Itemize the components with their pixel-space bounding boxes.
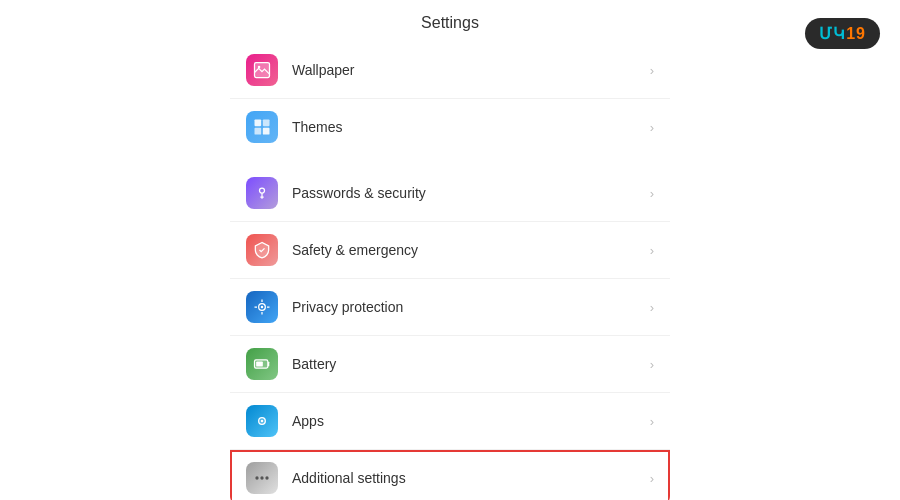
safety-icon	[246, 234, 278, 266]
safety-label: Safety & emergency	[292, 242, 650, 258]
svg-point-8	[261, 306, 264, 309]
additional-chevron: ›	[650, 471, 654, 486]
privacy-icon	[246, 291, 278, 323]
svg-rect-3	[263, 120, 270, 127]
passwords-label: Passwords & security	[292, 185, 650, 201]
group-security: Passwords & security › Safety & emergenc…	[230, 165, 670, 500]
wallpaper-label: Wallpaper	[292, 62, 650, 78]
safety-chevron: ›	[650, 243, 654, 258]
svg-rect-4	[255, 128, 262, 135]
svg-point-13	[260, 476, 263, 479]
battery-icon	[246, 348, 278, 380]
apps-label: Apps	[292, 413, 650, 429]
wallpaper-chevron: ›	[650, 63, 654, 78]
themes-icon	[246, 111, 278, 143]
apps-chevron: ›	[650, 414, 654, 429]
apps-icon	[246, 405, 278, 437]
svg-rect-2	[255, 120, 262, 127]
additional-icon	[246, 462, 278, 494]
svg-point-14	[255, 476, 258, 479]
svg-point-12	[261, 420, 264, 423]
themes-chevron: ›	[650, 120, 654, 135]
watermark: ՄԿ19	[805, 18, 880, 49]
settings-item-wallpaper[interactable]: Wallpaper ›	[230, 42, 670, 99]
passwords-chevron: ›	[650, 186, 654, 201]
battery-label: Battery	[292, 356, 650, 372]
settings-item-safety[interactable]: Safety & emergency ›	[230, 222, 670, 279]
passwords-icon	[246, 177, 278, 209]
group-appearance: Wallpaper › Themes ›	[230, 42, 670, 155]
settings-item-themes[interactable]: Themes ›	[230, 99, 670, 155]
svg-rect-5	[263, 128, 270, 135]
settings-item-additional[interactable]: Additional settings ›	[230, 450, 670, 500]
wallpaper-icon	[246, 54, 278, 86]
settings-item-privacy[interactable]: Privacy protection ›	[230, 279, 670, 336]
battery-chevron: ›	[650, 357, 654, 372]
themes-label: Themes	[292, 119, 650, 135]
settings-item-passwords[interactable]: Passwords & security ›	[230, 165, 670, 222]
privacy-chevron: ›	[650, 300, 654, 315]
svg-point-15	[265, 476, 268, 479]
watermark-text: ՄԿ19	[819, 24, 866, 43]
additional-label: Additional settings	[292, 470, 650, 486]
svg-point-6	[260, 188, 265, 193]
settings-item-battery[interactable]: Battery ›	[230, 336, 670, 393]
page-title: Settings	[0, 0, 900, 42]
settings-item-apps[interactable]: Apps ›	[230, 393, 670, 450]
svg-rect-10	[256, 362, 263, 367]
privacy-label: Privacy protection	[292, 299, 650, 315]
settings-container: Wallpaper › Themes ›	[230, 42, 670, 500]
